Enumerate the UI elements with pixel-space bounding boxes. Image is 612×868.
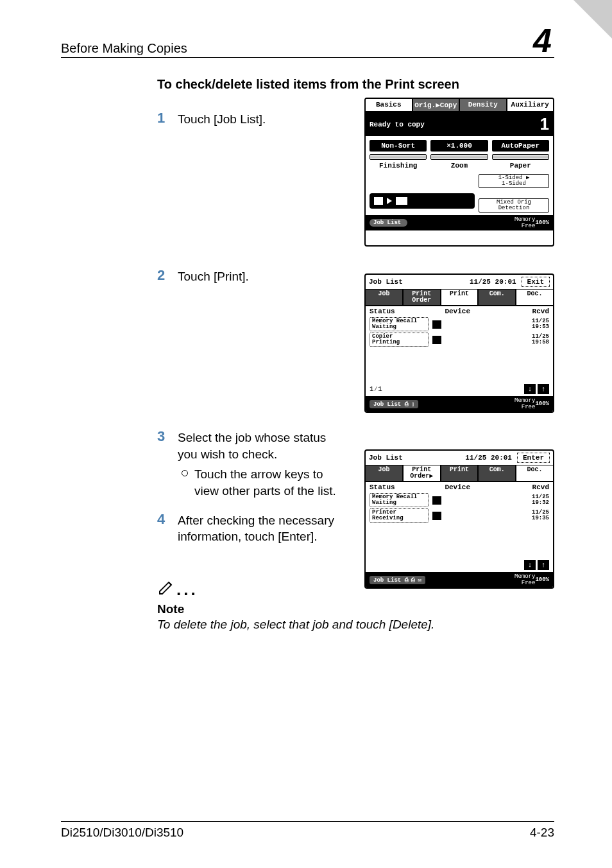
step-sub: Touch the arrow keys to view other parts… [178,466,349,499]
col-status: Status [370,483,445,491]
zoom-value-button[interactable]: ×1.000 [430,140,488,152]
footer-model: Di2510/Di3010/Di3510 [61,826,183,840]
landscape-icon [395,196,408,205]
memory-free-label: Memory Free [514,397,535,410]
finishing-slot[interactable] [370,154,427,160]
enter-button[interactable]: Enter [517,453,550,463]
tab-doc[interactable]: Doc. [516,465,553,481]
job-row-1[interactable]: Memory Recall Waiting [370,493,429,507]
tab-auxiliary[interactable]: Auxiliary [507,99,554,111]
arrow-down-button[interactable]: ↓ [524,560,536,570]
tab-com[interactable]: Com. [479,290,516,305]
job-list-button[interactable]: Job List [370,219,407,227]
device-icon [432,320,441,329]
note-heading: Note [157,602,554,616]
memory-free-pct: 100% [535,220,549,226]
chapter-number: 4 [533,26,554,56]
tab-job[interactable]: Job [366,465,404,481]
zoom-slot[interactable] [430,154,488,160]
job-row-2-time: 11/25 19:35 [517,510,549,521]
job-list-tag[interactable]: Job List ⎙ ▯ [370,400,418,408]
arrow-up-button[interactable]: ↑ [538,560,549,570]
joblist-title: Job List [369,454,463,462]
memory-free-pct: 100% [535,401,549,407]
paper-slot[interactable] [492,154,549,160]
tab-job[interactable]: Job [366,290,404,305]
device-icon [432,336,441,344]
note-text: To delete the job, select that job and t… [157,616,554,633]
col-device: Device [445,308,502,315]
job-row-2[interactable]: Copier Printing [370,333,429,347]
memory-free-label: Memory Free [514,573,535,586]
paper-label: Paper [492,162,549,169]
col-rcvd: Rcvd [503,483,549,491]
col-device: Device [445,483,502,491]
device-icon [432,512,441,520]
pencil-icon [157,577,176,600]
chevron-right-icon [387,198,392,204]
figure-basics-panel: Basics Orig.▶Copy Density Auxiliary Read… [364,98,554,248]
tab-print[interactable]: Print [441,290,479,305]
tab-density[interactable]: Density [460,99,507,111]
tab-doc[interactable]: Doc. [516,290,553,305]
step-text: Select the job whose status you wish to … [178,430,349,462]
tab-com[interactable]: Com. [479,465,516,481]
sided-button[interactable]: 1-Sided ▶ 1-Sided [479,174,549,188]
arrow-up-button[interactable]: ↑ [538,384,549,394]
step-number: 2 [157,267,178,284]
col-status: Status [370,308,445,315]
col-rcvd: Rcvd [503,308,549,315]
joblist-title: Job List [369,278,467,286]
auto-paper-button[interactable]: AutoPaper [492,140,549,152]
job-row-1-time: 11/25 19:53 [517,318,549,330]
page-corner [574,0,612,39]
orig-direction-button[interactable] [370,193,475,209]
job-row-1-time: 11/25 19:32 [517,494,549,506]
header-section-title: Before Making Copies [61,41,187,56]
arrow-down-button[interactable]: ↓ [524,384,536,394]
page-footer: Di2510/Di3010/Di3510 4-23 [61,821,554,840]
footer-page-number: 4-23 [530,826,554,840]
tab-print-order[interactable]: Print Order [404,290,441,305]
job-list-tag[interactable]: Job List ⎙ ⎙ ✉ [370,576,425,584]
copy-count: 1 [540,114,549,134]
tab-print[interactable]: Print [441,465,479,481]
tab-orig-copy[interactable]: Orig.▶Copy [413,99,461,111]
job-row-2-time: 11/25 19:58 [517,334,549,345]
figure-job-list-exit: Job List 11/25 20:01 Exit Job Print Orde… [364,273,554,415]
exit-button[interactable]: Exit [522,277,550,287]
memory-free-pct: 100% [535,577,549,583]
step-number: 4 [157,511,178,528]
tab-basics[interactable]: Basics [366,99,413,111]
job-row-2[interactable]: Printer Receiving [370,508,429,523]
job-row-1[interactable]: Memory Recall Waiting [370,317,429,331]
mixed-orig-button[interactable]: Mixed Orig Detection [479,198,549,213]
page-indicator: 1⁄1 [370,385,382,393]
portrait-icon [373,196,384,205]
step-sub-text: Touch the arrow keys to view other parts… [194,466,349,499]
non-sort-button[interactable]: Non-Sort [370,140,427,152]
step-number: 3 [157,428,178,445]
tab-print-order[interactable]: Print Order▶ [404,465,441,481]
zoom-label: Zoom [430,162,488,169]
figure-job-list-enter: Job List 11/25 20:01 Enter Job Print Ord… [364,449,554,591]
note-dots: ... [176,580,198,599]
joblist-datetime: 11/25 20:01 [470,278,516,286]
page-header: Before Making Copies 4 [61,26,554,58]
device-icon [432,496,441,505]
joblist-datetime: 11/25 20:01 [465,454,512,462]
finishing-label: Finishing [370,162,427,169]
memory-free-label: Memory Free [514,216,535,229]
procedure-title: To check/delete listed items from the Pr… [157,77,554,92]
bullet-icon [182,470,188,476]
step-number: 1 [157,110,178,126]
status-text: Ready to copy [370,121,425,128]
